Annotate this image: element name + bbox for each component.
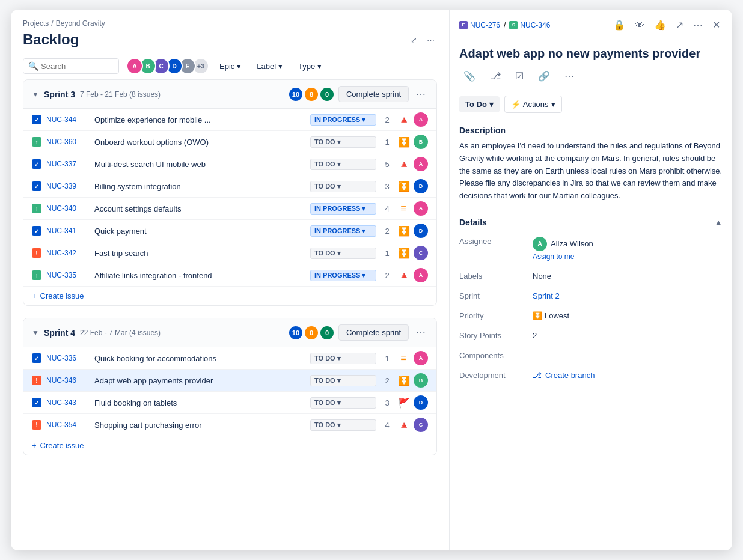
search-box[interactable]: 🔍 xyxy=(23,58,119,74)
breadcrumb-nuc346[interactable]: S NUC-346 xyxy=(509,21,550,29)
expand-icon[interactable]: ⤢ xyxy=(408,33,420,47)
thumbsup-icon[interactable]: 👍 xyxy=(652,17,668,33)
issue-type-icon: ✓ xyxy=(32,353,41,363)
issue-type-icon: ! xyxy=(32,376,41,385)
status-badge[interactable]: TO DO ▾ xyxy=(310,353,376,364)
sprint-value[interactable]: Sprint 2 xyxy=(533,291,723,300)
issue-id[interactable]: NUC-343 xyxy=(46,398,90,407)
attachment-icon[interactable]: 📎 xyxy=(459,66,480,86)
status-badge[interactable]: TO DO ▾ xyxy=(310,397,376,409)
issue-id[interactable]: NUC-336 xyxy=(46,354,90,362)
table-row[interactable]: ✓ NUC-343 Fluid booking on tablets TO DO… xyxy=(23,392,436,414)
sprint-toggle[interactable]: ▼ xyxy=(32,329,39,337)
label-dropdown[interactable]: Label ▾ xyxy=(251,59,288,74)
breadcrumb-label: NUC-346 xyxy=(520,21,550,29)
status-badge[interactable]: TO DO ▾ xyxy=(310,248,376,259)
table-row[interactable]: ! NUC-342 Fast trip search TO DO ▾ 1 ⏬ C xyxy=(23,242,436,264)
table-row[interactable]: ↑ NUC-340 Account settings defaults IN P… xyxy=(23,198,436,220)
issue-title: Onboard workout options (OWO) xyxy=(94,138,305,147)
status-select[interactable]: To Do ▾ xyxy=(459,96,500,112)
development-label: Development xyxy=(459,371,525,380)
story-points: 1 xyxy=(381,249,393,258)
close-icon[interactable]: ✕ xyxy=(710,17,723,33)
badge-done: 0 xyxy=(320,326,334,339)
issue-id[interactable]: NUC-346 xyxy=(46,376,90,385)
sprint-toggle[interactable]: ▼ xyxy=(32,90,39,99)
table-row[interactable]: ! NUC-346 Adapt web app payments provide… xyxy=(23,370,436,392)
issue-id[interactable]: NUC-339 xyxy=(46,182,90,190)
lock-icon[interactable]: 🔒 xyxy=(611,17,628,33)
actions-button[interactable]: ⚡ Actions ▾ xyxy=(504,96,562,113)
avatar[interactable]: A xyxy=(126,58,143,75)
details-collapse-button[interactable]: ▲ xyxy=(714,218,723,227)
table-row[interactable]: ✓ NUC-344 Optimize experience for mobile… xyxy=(23,109,436,131)
issue-id[interactable]: NUC-335 xyxy=(46,271,90,279)
eye-icon[interactable]: 👁 xyxy=(632,17,647,33)
issue-title: Multi-dest search UI mobile web xyxy=(94,160,305,169)
issue-title: Fast trip search xyxy=(94,249,305,258)
table-row[interactable]: ✓ NUC-341 Quick payment IN PROGRESS ▾ 2 … xyxy=(23,220,436,242)
status-badge[interactable]: IN PROGRESS ▾ xyxy=(310,203,376,215)
create-branch-link[interactable]: ⎇ Create branch xyxy=(533,371,595,380)
issue-id[interactable]: NUC-354 xyxy=(46,421,90,429)
components-label: Components xyxy=(459,351,525,360)
status-badge[interactable]: TO DO ▾ xyxy=(310,136,376,148)
search-icon: 🔍 xyxy=(28,61,38,71)
detail-row-assignee: Assignee A Aliza Wilson Assign to me xyxy=(459,234,723,263)
story-points: 1 xyxy=(381,138,393,147)
breadcrumb-projects[interactable]: Projects xyxy=(23,19,49,28)
status-badge[interactable]: IN PROGRESS ▾ xyxy=(310,225,376,237)
more-icon[interactable]: ⋯ xyxy=(691,17,705,33)
status-badge[interactable]: TO DO ▾ xyxy=(310,375,376,386)
issue-id[interactable]: NUC-337 xyxy=(46,160,90,168)
table-row[interactable]: ✓ NUC-337 Multi-dest search UI mobile we… xyxy=(23,153,436,175)
issue-id[interactable]: NUC-342 xyxy=(46,249,90,257)
story-points: 4 xyxy=(381,421,393,430)
status-badge[interactable]: TO DO ▾ xyxy=(310,419,376,431)
search-input[interactable] xyxy=(41,62,114,71)
issue-type-icon: ! xyxy=(32,248,41,258)
issue-title-heading: Adapt web app no new payments provider xyxy=(450,38,732,66)
link-icon[interactable]: 🔗 xyxy=(534,66,554,86)
epic-dropdown[interactable]: Epic ▾ xyxy=(214,59,246,74)
status-badge[interactable]: IN PROGRESS ▾ xyxy=(310,114,376,126)
status-badge[interactable]: TO DO ▾ xyxy=(310,181,376,192)
create-issue-button[interactable]: + Create issue xyxy=(23,436,436,455)
checklist-icon[interactable]: ☑ xyxy=(511,66,528,86)
type-dropdown[interactable]: Type ▾ xyxy=(293,59,327,74)
table-row[interactable]: ✓ NUC-339 Billing system integration TO … xyxy=(23,175,436,198)
branch-icon[interactable]: ⎇ xyxy=(486,66,505,86)
priority-icon: ⏬ xyxy=(398,248,409,259)
status-row: To Do ▾ ⚡ Actions ▾ xyxy=(450,91,732,118)
issue-id[interactable]: NUC-360 xyxy=(46,138,90,146)
table-row[interactable]: ✓ NUC-336 Quick booking for accommodatio… xyxy=(23,347,436,370)
right-breadcrumb: E NUC-276 / S NUC-346 xyxy=(459,21,550,29)
assign-me-link[interactable]: Assign to me xyxy=(533,252,593,261)
sprint-header: ▼ Sprint 3 7 Feb - 21 Feb (8 issues) 10 … xyxy=(23,80,436,109)
breadcrumb-nuc276[interactable]: E NUC-276 xyxy=(459,21,500,29)
table-row[interactable]: ↑ NUC-335 Affiliate links integration - … xyxy=(23,264,436,287)
create-issue-button[interactable]: + Create issue xyxy=(23,287,436,305)
complete-sprint-button[interactable]: Complete sprint xyxy=(338,86,409,102)
priority-icon: 🚩 xyxy=(398,397,409,409)
table-row[interactable]: ! NUC-354 Shopping cart purchasing error… xyxy=(23,414,436,436)
avatar: B xyxy=(414,135,428,149)
story-points: 2 xyxy=(381,271,393,280)
issue-id[interactable]: NUC-341 xyxy=(46,227,90,235)
status-badge[interactable]: IN PROGRESS ▾ xyxy=(310,270,376,281)
issue-id[interactable]: NUC-344 xyxy=(46,115,90,124)
breadcrumb-project[interactable]: Beyond Gravity xyxy=(56,19,105,28)
epic-icon: E xyxy=(459,21,468,29)
share-icon[interactable]: ↗ xyxy=(673,17,686,33)
sprint-more-icon[interactable]: ⋯ xyxy=(414,86,428,102)
sprint-more-icon[interactable]: ⋯ xyxy=(414,324,428,341)
issue-id[interactable]: NUC-340 xyxy=(46,204,90,213)
complete-sprint-button[interactable]: Complete sprint xyxy=(338,324,409,341)
more-options-icon[interactable]: ⋯ xyxy=(560,66,578,86)
issue-title: Account settings defaults xyxy=(94,204,305,213)
table-row[interactable]: ↑ NUC-360 Onboard workout options (OWO) … xyxy=(23,131,436,153)
more-options-icon[interactable]: ⋯ xyxy=(424,33,437,47)
status-badge[interactable]: TO DO ▾ xyxy=(310,159,376,170)
toolbar: 🔍 A B C D E +3 Epic ▾ Label ▾ Type ▾ xyxy=(11,53,449,79)
detail-row-components: Components xyxy=(459,348,723,362)
